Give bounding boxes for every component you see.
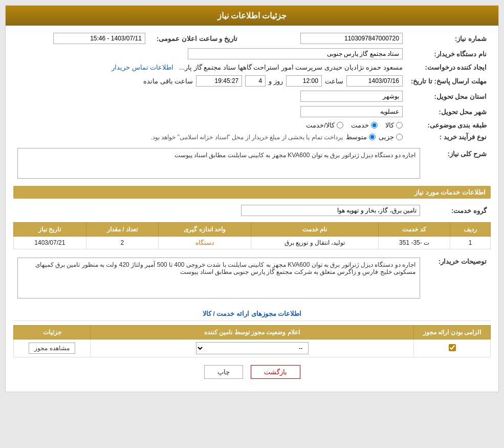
shomare-niaz-label: شماره نیاز: (407, 31, 491, 46)
table-row: 1 ت -35- 351 تولید، انتقال و توزیع برق د… (14, 237, 491, 249)
tarikh-javab-input[interactable] (346, 75, 403, 87)
col-tarikh: تاریخ نیاز (14, 223, 86, 237)
elam-cell: -- (91, 339, 414, 357)
farayand-desc: پرداخت تمام یا بخشی از مبلغ خریدار از مح… (151, 134, 343, 141)
radio-kala-item: کالا (385, 121, 403, 129)
col-kod: کد خدمت (379, 223, 450, 237)
buyer-desc-table: توصیحات خریدار: اجاره دو دستگاه دیزل ژنر… (13, 253, 491, 303)
rooz-label: روز و (269, 77, 283, 85)
no-farayand-value-cell: جزیی متوسط پرداخت تمام یا بخشی از مبلغ خ… (13, 131, 407, 143)
footer-buttons: بازگشت چاپ (13, 357, 491, 387)
radio-khadamat[interactable] (371, 122, 378, 129)
col-nam: نام خدمت (251, 223, 379, 237)
tarikh-elan-value-cell (13, 31, 149, 46)
elzam-checkbox[interactable] (449, 344, 456, 351)
permits-section-title: اطلاعات مجوزهای ارائه خدمت / کالا (13, 306, 491, 321)
radio-motevaset-item: متوسط (346, 133, 376, 141)
nam-dastgah-value-cell (13, 46, 407, 61)
rooz-input[interactable] (245, 75, 266, 87)
permits-table: الزامی بودن ارائه مجوز اعلام وضعیت مجوز … (13, 325, 491, 357)
card-body: شماره نیاز: تاریخ و ساعت اعلان عمومی: نا… (6, 26, 498, 392)
ejad-text: مسعود حمزه نژادیان حیدری سرپرست امور است… (179, 63, 403, 71)
contact-link[interactable]: اطلاعات تماس خریدار (112, 63, 173, 71)
saat-label: ساعت (325, 77, 343, 85)
ejad-label: ایجاد کننده درخواست: (407, 61, 491, 73)
buyer-desc-box: اجاره دو دستگاه دیزل ژنراتور برق به توان… (17, 258, 420, 298)
radio-kala-label: کالا (385, 121, 394, 129)
grooh-table: گروه خدمت: (13, 203, 491, 218)
list-item: -- مشاهده مجوز (14, 339, 491, 357)
service-section-title: اطلاعات خدمات مورد نیاز (13, 186, 491, 199)
cell-vahed: دستگاه (159, 237, 251, 249)
view-permit-button[interactable]: مشاهده مجوز (29, 343, 75, 354)
sharh-box: اجاره دو دستگاه دیزل ژنراتور برق به توان… (17, 148, 420, 179)
col-tedad: تعداد / مقدار (86, 223, 159, 237)
services-data-table: ردیف کد خدمت نام خدمت واحد اندازه گیری ت… (13, 222, 491, 249)
main-card: جزئیات اطلاعات نیاز شماره نیاز: تاریخ و … (5, 5, 499, 392)
permits-col-elam: اعلام وضعیت مجوز توسط نامین کننده (91, 326, 414, 339)
cell-radif: 1 (450, 237, 490, 249)
ostan-value-cell (13, 89, 407, 104)
radio-khadamat-label: خدمت (351, 121, 369, 129)
back-button[interactable]: بازگشت (251, 365, 300, 379)
permits-col-elzam: الزامی بودن ارائه مجوز (414, 326, 491, 339)
mohlat-value-cell: ساعت روز و ساعت باقی مانده (13, 73, 407, 89)
radio-kala[interactable] (396, 122, 403, 129)
col-radif: ردیف (450, 223, 490, 237)
radio-motevaset-label: متوسط (346, 133, 367, 141)
cell-tarikh: 1403/07/21 (14, 237, 86, 249)
shahr-value-cell (13, 104, 407, 119)
radio-jozei-label: جزیی (379, 133, 394, 141)
no-farayand-label: نوع فرآیند خرید : (407, 131, 491, 143)
permits-col-joziat: جزئیات (14, 326, 91, 339)
tabaghebandi-label: طبقه بندی موضوعی: (407, 119, 491, 131)
joziat-cell: مشاهده مجوز (14, 339, 91, 357)
cell-kod: ت -35- 351 (379, 237, 450, 249)
tarikh-elan-input[interactable] (53, 33, 145, 44)
grooh-value-cell (13, 203, 424, 218)
tabaghebandi-value-cell: کالا خدمت کالا/خدمت (13, 119, 407, 131)
baghi-mande-input[interactable] (196, 75, 242, 87)
radio-motevaset[interactable] (369, 134, 376, 140)
cell-nam: تولید، انتقال و توزیع برق (251, 237, 379, 249)
saat-input[interactable] (286, 75, 322, 87)
radio-khadamat-item: خدمت (351, 121, 378, 129)
card-header: جزئیات اطلاعات نیاز (6, 6, 498, 26)
radio-kala-khadamat-label: کالا/خدمت (306, 121, 335, 129)
col-vahed: واحد اندازه گیری (159, 223, 251, 237)
page-wrapper: جزئیات اطلاعات نیاز شماره نیاز: تاریخ و … (0, 0, 504, 448)
sharh-label: شرح کلی نیاز: (424, 146, 491, 181)
basic-info-table: شماره نیاز: تاریخ و ساعت اعلان عمومی: نا… (13, 31, 491, 143)
grooh-label: گروه خدمت: (424, 203, 491, 218)
buyer-desc-label: توصیحات خریدار: (424, 253, 491, 303)
ejad-value-cell: مسعود حمزه نژادیان حیدری سرپرست امور است… (13, 61, 407, 73)
buyer-desc-text: اجاره دو دستگاه دیزل ژنراتور برق به توان… (35, 261, 415, 275)
sharh-text: اجاره دو دستگاه دیزل ژنراتور برق به توان… (174, 152, 415, 159)
elzam-cell (414, 339, 491, 357)
cell-tedad: 2 (86, 237, 159, 249)
shomare-niaz-input[interactable] (300, 33, 403, 44)
nam-dastgah-label: نام دستگاه خریدار: (407, 46, 491, 61)
shomare-niaz-value-cell (257, 31, 407, 46)
shahr-label: شهر محل تحویل: (407, 104, 491, 119)
sharh-value-cell: اجاره دو دستگاه دیزل ژنراتور برق به توان… (13, 146, 424, 181)
elam-select[interactable]: -- (196, 342, 309, 354)
ostan-input[interactable] (300, 91, 403, 102)
tarikh-elan-label: تاریخ و ساعت اعلان عمومی: (149, 31, 242, 46)
buyer-desc-value-cell: اجاره دو دستگاه دیزل ژنراتور برق به توان… (13, 253, 424, 303)
ostan-label: استان محل تحویل: (407, 89, 491, 104)
page-title: جزئیات اطلاعات نیاز (217, 11, 287, 20)
sharh-table: شرح کلی نیاز: اجاره دو دستگاه دیزل ژنرات… (13, 146, 491, 181)
shahr-input[interactable] (300, 106, 403, 117)
grooh-input[interactable] (241, 205, 420, 216)
nam-dastgah-input[interactable] (188, 48, 403, 59)
radio-kala-khadamat[interactable] (337, 122, 343, 129)
radio-kala-khadamat-item: کالا/خدمت (306, 121, 343, 129)
baghi-mande-label: ساعت باقی مانده (143, 77, 193, 85)
radio-jozei[interactable] (396, 134, 403, 140)
radio-jozei-item: جزیی (379, 133, 403, 141)
print-button[interactable]: چاپ (204, 365, 243, 379)
mohlat-label: مهلت ارسال پاسخ: تا تاریخ: (407, 73, 491, 89)
